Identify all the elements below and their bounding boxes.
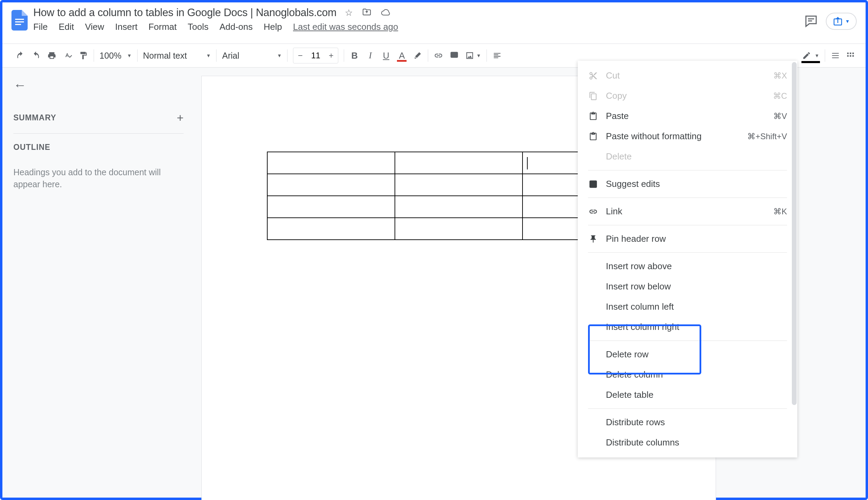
context-distribute-rows[interactable]: Distribute rows xyxy=(578,412,797,432)
font-select[interactable]: Arial▼ xyxy=(222,51,282,61)
fontsize-value[interactable]: 11 xyxy=(307,51,324,60)
svg-rect-7 xyxy=(847,53,848,54)
menu-view[interactable]: View xyxy=(85,22,104,32)
comment-history-icon[interactable] xyxy=(804,14,818,29)
context-cut: Cut ⌘X xyxy=(578,66,797,86)
menu-edit[interactable]: Edit xyxy=(59,22,74,32)
copy-icon xyxy=(588,92,598,101)
zoom-select[interactable]: 100%▼ xyxy=(100,51,132,61)
context-paste[interactable]: Paste ⌘V xyxy=(578,106,797,126)
docs-logo[interactable] xyxy=(9,7,30,34)
context-pin-header[interactable]: Pin header row xyxy=(578,229,797,249)
menu-addons[interactable]: Add-ons xyxy=(219,22,253,32)
suggest-icon xyxy=(588,180,598,189)
menu-help[interactable]: Help xyxy=(264,22,282,32)
add-summary-icon[interactable]: + xyxy=(177,111,183,125)
more-icon[interactable] xyxy=(846,49,855,62)
paragraph-style-select[interactable]: Normal text▼ xyxy=(143,51,211,61)
context-delete-row[interactable]: Delete row xyxy=(578,344,797,365)
context-delete: Delete xyxy=(578,146,797,167)
link-icon[interactable] xyxy=(434,49,443,62)
outline-heading: OUTLINE xyxy=(13,143,183,152)
highlight-icon[interactable] xyxy=(413,49,422,62)
edit-status[interactable]: Last edit was seconds ago xyxy=(293,22,398,32)
context-link[interactable]: Link ⌘K xyxy=(578,201,797,221)
pin-icon xyxy=(588,235,598,243)
cut-icon xyxy=(588,71,598,80)
context-copy: Copy ⌘C xyxy=(578,86,797,106)
paint-format-icon[interactable] xyxy=(79,49,88,62)
add-comment-icon[interactable] xyxy=(449,49,459,62)
context-insert-col-left[interactable]: Insert column left xyxy=(578,297,797,317)
underline-icon[interactable]: U xyxy=(381,49,391,62)
insert-image-icon[interactable]: ▼ xyxy=(465,49,481,62)
menu-tools[interactable]: Tools xyxy=(188,22,208,32)
svg-rect-12 xyxy=(852,55,854,57)
fontsize-increase[interactable]: + xyxy=(324,48,338,63)
star-icon[interactable]: ☆ xyxy=(345,8,353,18)
svg-rect-11 xyxy=(850,55,851,57)
editing-mode-icon[interactable]: ▼ xyxy=(802,49,819,62)
menu-format[interactable]: Format xyxy=(148,22,177,32)
svg-rect-8 xyxy=(850,53,851,54)
share-button[interactable]: ▼ xyxy=(826,13,857,30)
svg-rect-1 xyxy=(15,21,24,22)
svg-rect-10 xyxy=(847,55,848,57)
paste-plain-icon xyxy=(588,132,598,141)
context-suggest[interactable]: Suggest edits xyxy=(578,174,797,194)
menu-insert[interactable]: Insert xyxy=(115,22,138,32)
context-insert-row-above[interactable]: Insert row above xyxy=(578,256,797,276)
collapse-sidebar-icon[interactable]: ← xyxy=(13,78,183,93)
summary-heading: SUMMARY xyxy=(13,113,56,123)
spellcheck-icon[interactable] xyxy=(63,49,72,62)
outline-placeholder: Headings you add to the document will ap… xyxy=(13,166,174,190)
context-delete-col[interactable]: Delete column xyxy=(578,365,797,385)
svg-rect-9 xyxy=(852,53,854,54)
context-distribute-cols[interactable]: Distribute columns xyxy=(578,432,797,453)
context-menu: Cut ⌘X Copy ⌘C Paste ⌘V Paste without fo… xyxy=(578,61,797,457)
document-title[interactable]: How to add a column to tables in Google … xyxy=(33,7,337,19)
undo-icon[interactable] xyxy=(15,49,25,62)
context-delete-table[interactable]: Delete table xyxy=(578,385,797,405)
align-icon[interactable] xyxy=(492,49,502,62)
italic-icon[interactable]: I xyxy=(365,49,375,62)
print-icon[interactable] xyxy=(47,49,57,62)
bold-icon[interactable]: B xyxy=(350,49,359,62)
link-icon xyxy=(588,207,598,216)
context-menu-scrollbar[interactable] xyxy=(792,62,797,405)
move-icon[interactable] xyxy=(362,8,371,18)
svg-rect-0 xyxy=(15,19,24,20)
outline-sidebar: ← SUMMARY + OUTLINE Headings you add to … xyxy=(2,68,194,498)
cloud-icon[interactable] xyxy=(381,8,391,18)
text-color-icon[interactable]: A xyxy=(397,49,407,62)
context-insert-row-below[interactable]: Insert row below xyxy=(578,276,797,297)
fontsize-decrease[interactable]: − xyxy=(293,48,307,63)
menu-file[interactable]: File xyxy=(33,22,48,32)
redo-icon[interactable] xyxy=(31,49,41,62)
chevron-down-icon: ▼ xyxy=(845,19,850,24)
hide-menus-icon[interactable] xyxy=(831,49,840,62)
paste-icon xyxy=(588,112,598,121)
svg-rect-2 xyxy=(15,24,21,25)
context-insert-col-right[interactable]: Insert column right xyxy=(578,317,797,337)
context-paste-plain[interactable]: Paste without formatting ⌘+Shift+V xyxy=(578,126,797,146)
